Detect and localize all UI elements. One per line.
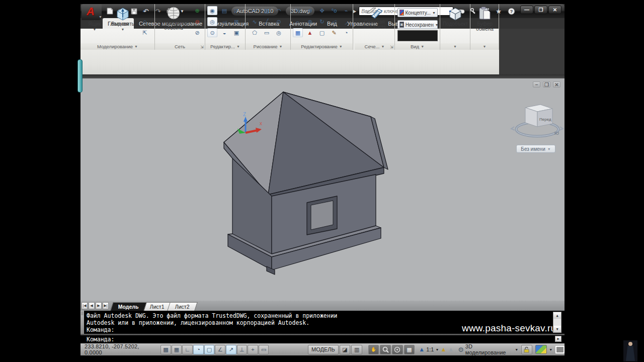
- panel-label-subobject[interactable]: ▼: [440, 43, 470, 50]
- lineweight-toggle[interactable]: [259, 345, 269, 354]
- circle-icon[interactable]: [274, 17, 284, 26]
- panel-label-solid-editing[interactable]: Редактир...▼: [205, 43, 245, 50]
- panel-launcher-icon[interactable]: ⇲: [390, 45, 393, 49]
- clipboard-button[interactable]: Буфер обмена: [472, 6, 497, 32]
- quick-view-layouts-icon[interactable]: [340, 345, 351, 354]
- polyline-edit-icon[interactable]: [329, 28, 339, 37]
- panel-label-modify[interactable]: Редактирование▼: [291, 43, 353, 50]
- slice-icon[interactable]: [231, 6, 242, 15]
- show-motion-icon[interactable]: [404, 345, 415, 354]
- 3d-align-icon[interactable]: [305, 28, 315, 37]
- application-menu-button[interactable]: ▼: [82, 4, 102, 20]
- annotation-scale-value[interactable]: 1:1: [426, 346, 434, 352]
- command-window-grip[interactable]: [80, 311, 84, 334]
- first-tab-icon[interactable]: |◀: [82, 302, 88, 309]
- chevron-down-icon[interactable]: ▼: [435, 348, 439, 351]
- rotate-icon[interactable]: [317, 17, 327, 26]
- array-icon[interactable]: [305, 17, 315, 26]
- command-separator[interactable]: [80, 334, 565, 335]
- intersect-icon[interactable]: [207, 28, 217, 37]
- smooth-less-icon[interactable]: [192, 17, 202, 26]
- pan-icon[interactable]: [368, 345, 379, 354]
- panel-label-mesh[interactable]: Сеть⇲: [155, 43, 205, 50]
- fillet-icon[interactable]: [341, 17, 351, 26]
- snap-toggle[interactable]: [160, 345, 171, 354]
- prev-tab-icon[interactable]: ◀: [89, 302, 95, 309]
- section-plane-button[interactable]: Секущая плоскость: [358, 6, 391, 30]
- dynamic-ucs-toggle[interactable]: [237, 345, 248, 354]
- minimize-button[interactable]: —: [520, 6, 533, 14]
- extract-edges-icon[interactable]: [219, 28, 229, 37]
- next-tab-icon[interactable]: ▶: [96, 302, 102, 309]
- drawing-minimize-button[interactable]: –: [533, 81, 540, 87]
- trim-icon[interactable]: [341, 6, 351, 15]
- spline-icon[interactable]: [250, 17, 260, 26]
- polar-tracking-toggle[interactable]: [193, 345, 204, 354]
- hatch-icon[interactable]: [262, 6, 272, 15]
- 3d-rotate-icon[interactable]: [305, 6, 315, 15]
- subtract-icon[interactable]: [207, 17, 217, 26]
- command-scrollbar[interactable]: ▲ ▼: [553, 312, 561, 333]
- interfere-icon[interactable]: [231, 17, 242, 26]
- annotation-visibility-icon[interactable]: ▲: [440, 346, 446, 353]
- quick-view-drawings-icon[interactable]: [351, 345, 362, 354]
- last-tab-icon[interactable]: ▶|: [103, 302, 109, 309]
- clean-screen-icon[interactable]: [555, 346, 565, 353]
- object-snap-tracking-toggle[interactable]: [226, 345, 236, 354]
- steering-wheel-icon[interactable]: [392, 345, 403, 354]
- copy-icon[interactable]: [329, 6, 339, 15]
- smooth-more-icon[interactable]: [192, 6, 202, 15]
- application-status-menu-icon[interactable]: [535, 345, 547, 354]
- 3d-object-snap-toggle[interactable]: [215, 345, 225, 354]
- planar-surface-icon[interactable]: [140, 17, 150, 26]
- panel-launcher-icon[interactable]: ⇲: [200, 45, 204, 49]
- dynamic-input-toggle[interactable]: [248, 345, 258, 354]
- scroll-down-icon[interactable]: ▼: [553, 326, 561, 332]
- stretch-icon[interactable]: [293, 17, 303, 26]
- model-space-button[interactable]: МОДЕЛЬ: [308, 345, 339, 354]
- scroll-right-icon[interactable]: ▶: [555, 336, 561, 342]
- command-prompt[interactable]: Команда:: [87, 336, 114, 343]
- panel-label-view[interactable]: Вид▼: [395, 43, 440, 50]
- union-icon[interactable]: [207, 6, 217, 15]
- panel-label-modeling[interactable]: Моделирование▼: [80, 43, 154, 50]
- imprint-icon[interactable]: [231, 28, 242, 37]
- visual-style-dropdown[interactable]: Концепту... ▼: [397, 8, 438, 17]
- scroll-up-icon[interactable]: ▲: [553, 312, 561, 319]
- view-name-dropdown[interactable]: ▣ Несохранен ▼: [397, 20, 438, 29]
- close-button[interactable]: ✕: [548, 6, 561, 14]
- polygon-icon[interactable]: [250, 28, 260, 37]
- line-icon[interactable]: [262, 17, 272, 26]
- mesh-refine-icon[interactable]: [192, 28, 202, 37]
- 3d-operations-icon[interactable]: [293, 28, 303, 37]
- workspace-switcher[interactable]: ⚙ 3D моделирование ▼: [458, 343, 518, 355]
- drawing-canvas[interactable]: Z x Перед Ю – ❐ ✕: [80, 78, 565, 301]
- panel-label-clipboard[interactable]: ▼: [470, 43, 499, 50]
- thicken-icon[interactable]: [219, 17, 229, 26]
- grid-toggle[interactable]: [172, 345, 182, 354]
- press-pull-icon[interactable]: [140, 28, 150, 37]
- extrude-button[interactable]: Выдавить ▼: [110, 6, 136, 32]
- solid-history-icon[interactable]: [219, 6, 229, 15]
- panel-label-section[interactable]: Сече...▼⇲: [355, 43, 394, 50]
- chevron-down-icon[interactable]: ▼: [93, 27, 97, 32]
- rectangle-icon[interactable]: [262, 28, 272, 37]
- tab-model[interactable]: Модель: [110, 302, 146, 311]
- drawing-close-button[interactable]: ✕: [553, 81, 560, 87]
- ortho-toggle[interactable]: [182, 345, 193, 354]
- panel-label-draw[interactable]: Рисование▼: [246, 43, 290, 50]
- move-icon[interactable]: [317, 6, 327, 15]
- drawing-restore-button[interactable]: ❐: [543, 81, 550, 87]
- zoom-icon[interactable]: [380, 345, 391, 354]
- command-window[interactable]: Файл Autodesk DWG. Это файл формата Trus…: [80, 311, 565, 343]
- mirror-icon[interactable]: [329, 17, 339, 26]
- coordinates-readout[interactable]: 233.8210, -207.5202, 0.0000: [80, 343, 154, 355]
- smooth-object-button[interactable]: Сглаживание объекта: [158, 6, 189, 31]
- help-icon[interactable]: ?: [506, 7, 516, 16]
- revision-cloud-icon[interactable]: [274, 28, 284, 37]
- annotation-autoscale-icon[interactable]: ▲: [448, 346, 454, 353]
- arc-icon[interactable]: [274, 6, 284, 15]
- restore-button[interactable]: ❐: [534, 6, 547, 14]
- polysolid-icon[interactable]: [140, 6, 150, 15]
- object-snap-toggle[interactable]: [204, 345, 215, 354]
